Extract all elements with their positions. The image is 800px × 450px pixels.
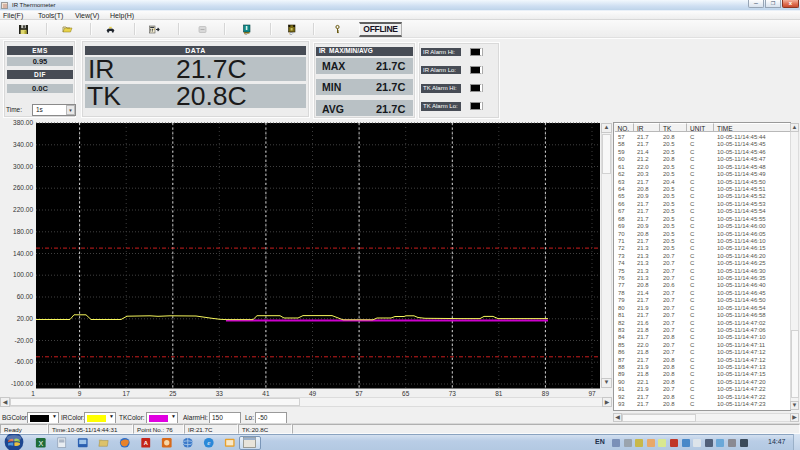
svg-text:100.00: 100.00	[13, 271, 33, 278]
svg-text:-60.00: -60.00	[15, 358, 34, 365]
svg-text:1: 1	[31, 390, 35, 397]
svg-text:e: e	[207, 439, 210, 447]
svg-text:25: 25	[169, 390, 177, 397]
svg-text:-100.00: -100.00	[11, 380, 33, 387]
svg-text:17: 17	[123, 390, 131, 397]
svg-text:C°: C°	[245, 32, 250, 36]
svg-text:97: 97	[588, 390, 596, 397]
svg-text:C°: C°	[289, 32, 294, 36]
svg-text:A: A	[144, 440, 148, 446]
svg-text:9: 9	[78, 390, 82, 397]
svg-text:73: 73	[449, 390, 457, 397]
svg-text:140.00: 140.00	[13, 250, 33, 257]
svg-text:81: 81	[495, 390, 503, 397]
svg-text:89: 89	[542, 390, 550, 397]
svg-text:49: 49	[309, 390, 317, 397]
svg-text:260.00: 260.00	[13, 184, 33, 191]
svg-text:33: 33	[216, 390, 224, 397]
svg-text:41: 41	[262, 390, 270, 397]
svg-text:180.00: 180.00	[13, 228, 33, 235]
svg-text:60.00: 60.00	[17, 293, 34, 300]
svg-text:65: 65	[402, 390, 410, 397]
svg-text:340.00: 340.00	[13, 141, 33, 148]
svg-text:220.00: 220.00	[13, 206, 33, 213]
svg-text:380.00: 380.00	[13, 119, 33, 126]
svg-text:-20.00: -20.00	[15, 337, 34, 344]
svg-text:57: 57	[355, 390, 363, 397]
svg-text:20.00: 20.00	[17, 315, 34, 322]
svg-text:X: X	[38, 440, 43, 447]
svg-text:300.00: 300.00	[13, 163, 33, 170]
